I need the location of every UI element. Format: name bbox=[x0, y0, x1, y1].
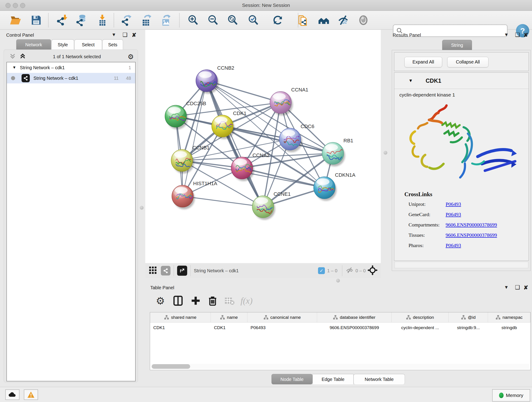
column-header-canonical-name[interactable]: canonical name bbox=[247, 313, 317, 322]
column-header-name[interactable]: name bbox=[211, 313, 247, 322]
table-panel-close-icon[interactable]: ✘ bbox=[524, 284, 528, 291]
network-options-gear-icon[interactable]: ⚙ bbox=[128, 53, 134, 61]
warnings-button[interactable] bbox=[24, 389, 38, 400]
control-panel-float-icon[interactable]: ▼ bbox=[112, 32, 116, 37]
create-column-icon[interactable] bbox=[189, 294, 203, 307]
apply-preferred-layout-icon[interactable] bbox=[271, 13, 285, 27]
network-row[interactable]: String Network – cdk1 11 48 bbox=[7, 73, 135, 83]
table-scrollbar-thumb[interactable] bbox=[152, 364, 190, 369]
network-collection-row[interactable]: ▼ String Network – cdk1 1 bbox=[7, 62, 135, 73]
crosslink-label: Compartments: bbox=[409, 222, 446, 228]
crosslink-link[interactable]: P06493 bbox=[446, 211, 461, 217]
network-node-CCNB2[interactable] bbox=[196, 70, 219, 94]
collapse-all-networks-icon[interactable] bbox=[9, 53, 16, 60]
zoom-in-icon[interactable] bbox=[186, 13, 200, 27]
network-view-icon[interactable] bbox=[161, 266, 171, 275]
crosslink-link[interactable]: P06493 bbox=[446, 242, 461, 249]
table-cell: stringdb bbox=[488, 322, 530, 333]
network-edge-CCNB2-HIST1H1A[interactable] bbox=[183, 81, 207, 196]
memory-button[interactable]: Memory bbox=[492, 389, 530, 402]
expand-all-networks-icon[interactable] bbox=[19, 53, 26, 60]
control-panel-close-icon[interactable]: ✘ bbox=[132, 32, 136, 38]
column-header-namespac[interactable]: namespac bbox=[488, 313, 530, 322]
crosslink-link[interactable]: P06493 bbox=[446, 201, 461, 207]
network-node-CDC25B[interactable] bbox=[165, 105, 188, 129]
tab-network-table[interactable]: Network Table bbox=[354, 374, 405, 384]
network-node-CCNA1[interactable] bbox=[270, 91, 293, 115]
results-panel-maximize-icon[interactable]: ❑ bbox=[515, 32, 520, 38]
left-splitter-handle[interactable] bbox=[140, 206, 144, 210]
table-options-gear-icon[interactable]: ⚙ bbox=[153, 294, 167, 307]
table-panel-float-icon[interactable]: ▼ bbox=[504, 285, 509, 290]
table-panel-title: Table Panel bbox=[150, 285, 174, 290]
grid-view-icon[interactable] bbox=[148, 266, 157, 275]
column-header-database-identifier[interactable]: database identifier bbox=[317, 313, 392, 322]
results-scrollbar[interactable] bbox=[394, 262, 528, 268]
export-network-icon[interactable] bbox=[120, 13, 134, 27]
zoom-selected-icon[interactable] bbox=[247, 13, 260, 27]
entry-collapse-icon[interactable]: ▼ bbox=[409, 78, 413, 83]
zoom-out-icon[interactable] bbox=[206, 13, 220, 27]
network-node-count: 11 bbox=[114, 76, 119, 81]
network-canvas[interactable]: CCNB2CCNA1CDC25BCDK1CDC6RB1CCNB1CCNA2CDK… bbox=[145, 30, 381, 263]
crosslink-link[interactable]: 9606.ENSP00000378699 bbox=[446, 222, 497, 228]
show-graphics-details-icon[interactable] bbox=[356, 13, 370, 27]
cdk1-result-card: ▼ CDK1 cyclin-dependent kinase 1 bbox=[394, 72, 529, 261]
bottom-splitter-handle[interactable] bbox=[336, 279, 340, 283]
network-node-CDKN1A[interactable] bbox=[314, 177, 336, 201]
results-panel-close-icon[interactable]: ✘ bbox=[524, 32, 528, 38]
network-edge-CCNB2-CCNE1[interactable] bbox=[207, 81, 263, 207]
node-table-body: CDK1CDK1P064939606.ENSP00000378699cyclin… bbox=[150, 322, 530, 333]
crosslink-link[interactable]: 9606.ENSP00000378699 bbox=[446, 232, 497, 238]
import-network-from-file-icon[interactable] bbox=[56, 13, 69, 27]
tab-select[interactable]: Select bbox=[75, 39, 102, 50]
network-node-RB1[interactable] bbox=[322, 142, 345, 166]
network-node-CDK1[interactable] bbox=[212, 115, 234, 139]
detach-view-icon[interactable] bbox=[177, 266, 187, 276]
view-title: String Network – cdk1 bbox=[194, 268, 239, 274]
expand-all-button[interactable]: Expand All bbox=[404, 57, 442, 67]
tab-edge-table[interactable]: Edge Table bbox=[312, 374, 354, 384]
node-label-CDC6: CDC6 bbox=[301, 123, 314, 129]
column-header-shared-name[interactable]: shared name bbox=[150, 313, 211, 322]
control-panel-title: Control Panel bbox=[6, 32, 34, 38]
tab-node-table[interactable]: Node Table bbox=[272, 374, 312, 384]
share-document-icon[interactable] bbox=[296, 13, 310, 27]
tab-string[interactable]: String bbox=[442, 40, 472, 50]
birdseye-crosshair-icon[interactable] bbox=[367, 265, 378, 276]
network-edge-CCNA2-CDKN1A[interactable] bbox=[242, 168, 324, 188]
delete-column-trash-icon[interactable] bbox=[206, 294, 220, 307]
column-header-description[interactable]: description bbox=[392, 313, 449, 322]
cloud-status-button[interactable] bbox=[5, 389, 19, 400]
network-node-CCNA2[interactable] bbox=[231, 157, 254, 181]
node-label-CCNB2: CCNB2 bbox=[217, 65, 234, 71]
network-node-CDC6[interactable] bbox=[279, 128, 302, 152]
export-image-icon[interactable] bbox=[159, 13, 173, 27]
import-table-from-file-icon[interactable] bbox=[95, 13, 109, 27]
table-panel-maximize-icon[interactable]: ❑ bbox=[515, 284, 520, 291]
selected-checkbox-icon[interactable]: ✓ bbox=[318, 267, 325, 274]
network-node-HIST1H1A[interactable] bbox=[172, 185, 195, 209]
results-panel-float-icon[interactable]: ▼ bbox=[504, 32, 509, 37]
collection-expand-icon[interactable]: ▼ bbox=[12, 65, 16, 70]
entry-name: CDK1 bbox=[426, 77, 441, 84]
open-session-icon[interactable] bbox=[9, 13, 22, 27]
import-network-from-database-icon[interactable] bbox=[75, 13, 89, 27]
table-row[interactable]: CDK1CDK1P064939606.ENSP00000378699cyclin… bbox=[150, 322, 530, 333]
zoom-fit-content-icon[interactable] bbox=[226, 13, 240, 27]
show-columns-icon[interactable] bbox=[171, 294, 185, 307]
export-table-icon[interactable] bbox=[140, 13, 153, 27]
tab-network[interactable]: Network bbox=[16, 39, 51, 50]
tab-style[interactable]: Style bbox=[51, 39, 74, 50]
right-splitter-handle[interactable] bbox=[384, 151, 387, 155]
save-session-icon[interactable] bbox=[29, 13, 43, 27]
network-label: String Network – cdk1 bbox=[33, 76, 114, 81]
control-panel-maximize-icon[interactable]: ❑ bbox=[123, 32, 128, 38]
collapse-all-button[interactable]: Collapse All bbox=[447, 57, 488, 67]
table-horizontal-scrollbar[interactable] bbox=[151, 364, 529, 369]
tab-sets[interactable]: Sets bbox=[102, 39, 123, 50]
hide-selected-icon[interactable] bbox=[336, 13, 350, 27]
network-home-icon[interactable] bbox=[317, 13, 331, 27]
collection-count: 1 bbox=[128, 65, 131, 70]
column-header--id[interactable]: @id bbox=[449, 313, 488, 322]
